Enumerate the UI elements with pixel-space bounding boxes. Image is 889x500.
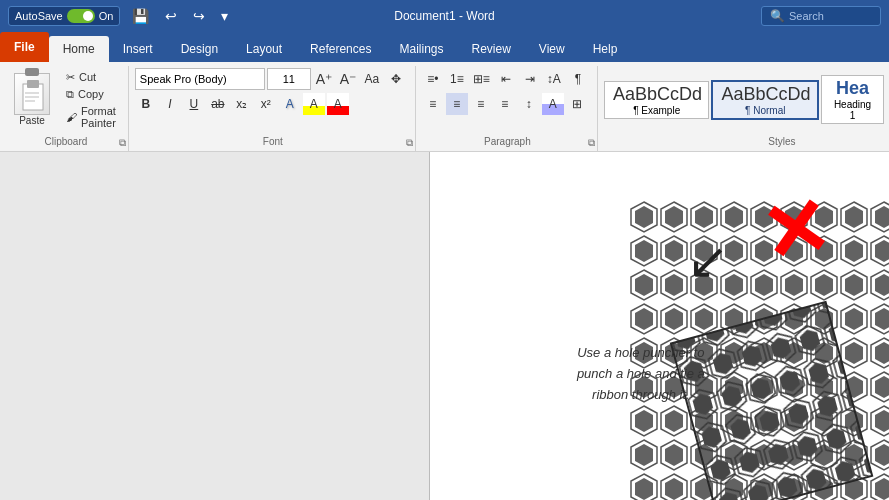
doc-text-line1: Use a hole puncher to xyxy=(577,343,705,364)
curved-arrow: ↙ xyxy=(687,232,729,290)
tab-home[interactable]: Home xyxy=(49,36,109,62)
align-center-button[interactable]: ≡ xyxy=(446,93,468,115)
autosave-state: On xyxy=(99,10,114,22)
doc-text-line3: ribbon through it. xyxy=(577,385,705,406)
undo-qat-button[interactable]: ↩ xyxy=(161,6,181,26)
underline-button[interactable]: U xyxy=(183,93,205,115)
para-row2: ≡ ≡ ≡ ≡ ↕ A ⊞ xyxy=(422,93,589,115)
format-painter-button[interactable]: 🖌 Format Painter xyxy=(62,104,120,130)
customize-qat-button[interactable]: ▾ xyxy=(217,6,232,26)
sort-button[interactable]: ↕A xyxy=(543,68,565,90)
paragraph-label: Paragraph xyxy=(418,136,597,147)
bullets-button[interactable]: ≡• xyxy=(422,68,444,90)
search-input[interactable] xyxy=(789,10,869,22)
tab-mailings[interactable]: Mailings xyxy=(385,36,457,62)
search-box[interactable]: 🔍 xyxy=(761,6,881,26)
font-size-decrease-button[interactable]: A⁻ xyxy=(337,68,359,90)
search-icon: 🔍 xyxy=(770,9,785,23)
format-painter-icon: 🖌 xyxy=(66,111,77,123)
italic-button[interactable]: I xyxy=(159,93,181,115)
style-heading-preview: Hea xyxy=(830,78,875,99)
multilevel-button[interactable]: ⊞≡ xyxy=(470,68,493,90)
ribbon-tabs: File Home Insert Design Layout Reference… xyxy=(0,32,889,62)
style-normal-label: ¶ Normal xyxy=(721,105,809,116)
autosave-pill xyxy=(67,9,95,23)
tab-help[interactable]: Help xyxy=(579,36,632,62)
doc-page: ✕ ↙ Use a hole puncher to punch a hole a… xyxy=(430,152,889,500)
doc-area: ✕ ↙ Use a hole puncher to punch a hole a… xyxy=(430,152,889,500)
copy-button[interactable]: ⧉ Copy xyxy=(62,87,120,102)
align-right-button[interactable]: ≡ xyxy=(470,93,492,115)
font-expand-button[interactable]: ⧉ xyxy=(406,137,413,149)
align-left-button[interactable]: ≡ xyxy=(422,93,444,115)
text-effects-button[interactable]: A xyxy=(279,93,301,115)
clipboard-expand-button[interactable]: ⧉ xyxy=(119,137,126,149)
doc-text-line2: punch a hole and tie a xyxy=(577,364,705,385)
font-size-increase-button[interactable]: A⁺ xyxy=(313,68,335,90)
line-spacing-button[interactable]: ↕ xyxy=(518,93,540,115)
font-size-input[interactable] xyxy=(267,68,311,90)
style-normal-preview: AaBbCcDd xyxy=(721,84,809,105)
scissors-icon: ✂ xyxy=(66,71,75,84)
show-formatting-button[interactable]: ¶ xyxy=(567,68,589,90)
ribbon: Paste ✂ Cut ⧉ Copy 🖌 Format Painter Clip… xyxy=(0,62,889,152)
tab-file[interactable]: File xyxy=(0,32,49,62)
doc-title: Document1 - Word xyxy=(394,9,494,23)
font-label: Font xyxy=(131,136,415,147)
tab-review[interactable]: Review xyxy=(457,36,524,62)
tab-references[interactable]: References xyxy=(296,36,385,62)
para-row1: ≡• 1≡ ⊞≡ ⇤ ⇥ ↕A ¶ xyxy=(422,68,589,90)
svg-rect-3 xyxy=(25,96,39,98)
style-example-label: ¶ Example xyxy=(613,105,701,116)
ribbon-group-paragraph: ≡• 1≡ ⊞≡ ⇤ ⇥ ↕A ¶ ≡ ≡ ≡ ≡ ↕ A ⊞ xyxy=(418,66,598,151)
borders-button[interactable]: ⊞ xyxy=(566,93,588,115)
bold-button[interactable]: B xyxy=(135,93,157,115)
svg-rect-1 xyxy=(27,80,39,88)
decrease-indent-button[interactable]: ⇤ xyxy=(495,68,517,90)
autosave-dot xyxy=(83,11,93,21)
red-x-mark: ✕ xyxy=(756,187,836,277)
para-controls: ≡• 1≡ ⊞≡ ⇤ ⇥ ↕A ¶ ≡ ≡ ≡ ≡ ↕ A ⊞ xyxy=(422,68,589,115)
font-family-input[interactable] xyxy=(135,68,265,90)
tab-layout[interactable]: Layout xyxy=(232,36,296,62)
autosave-toggle[interactable]: AutoSave On xyxy=(8,6,120,26)
style-example[interactable]: AaBbCcDd ¶ Example xyxy=(604,81,710,119)
highlight-button[interactable]: A xyxy=(303,93,325,115)
styles-label: Styles xyxy=(600,136,889,147)
paragraph-expand-button[interactable]: ⧉ xyxy=(588,137,595,149)
clipboard-label: Clipboard xyxy=(4,136,128,147)
shading-button[interactable]: A xyxy=(542,93,564,115)
change-case-button[interactable]: ✥ xyxy=(385,68,407,90)
justify-button[interactable]: ≡ xyxy=(494,93,516,115)
ribbon-group-clipboard: Paste ✂ Cut ⧉ Copy 🖌 Format Painter Clip… xyxy=(4,66,129,151)
font-row2: B I U ab x₂ x² A A A xyxy=(135,93,407,115)
paste-button[interactable]: Paste xyxy=(8,69,56,130)
title-bar: AutoSave On 💾 ↩ ↪ ▾ Document1 - Word 🔍 xyxy=(0,0,889,32)
style-normal[interactable]: AaBbCcDd ¶ Normal xyxy=(711,80,819,120)
redo-qat-button[interactable]: ↪ xyxy=(189,6,209,26)
svg-rect-4 xyxy=(25,100,35,102)
font-controls: A⁺ A⁻ Aa ✥ B I U ab x₂ x² A A A xyxy=(135,68,407,115)
save-qat-button[interactable]: 💾 xyxy=(128,6,153,26)
main-area: ✕ ↙ Use a hole puncher to punch a hole a… xyxy=(0,152,889,500)
cut-button[interactable]: ✂ Cut xyxy=(62,70,120,85)
numbering-button[interactable]: 1≡ xyxy=(446,68,468,90)
tab-insert[interactable]: Insert xyxy=(109,36,167,62)
font-color-button[interactable]: A xyxy=(327,93,349,115)
clear-formatting-button[interactable]: Aa xyxy=(361,68,383,90)
increase-indent-button[interactable]: ⇥ xyxy=(519,68,541,90)
subscript-button[interactable]: x₂ xyxy=(231,93,253,115)
style-heading-label: Heading 1 xyxy=(830,99,875,121)
style-heading[interactable]: Hea Heading 1 xyxy=(821,75,884,124)
clipboard-small-btns: ✂ Cut ⧉ Copy 🖌 Format Painter xyxy=(62,70,120,130)
tab-view[interactable]: View xyxy=(525,36,579,62)
svg-rect-2 xyxy=(25,92,39,94)
superscript-button[interactable]: x² xyxy=(255,93,277,115)
tab-design[interactable]: Design xyxy=(167,36,232,62)
strikethrough-button[interactable]: ab xyxy=(207,93,229,115)
ribbon-group-styles: AaBbCcDd ¶ Example AaBbCcDd ¶ Normal Hea… xyxy=(600,66,889,151)
ribbon-group-font: A⁺ A⁻ Aa ✥ B I U ab x₂ x² A A A Font xyxy=(131,66,416,151)
style-example-preview: AaBbCcDd xyxy=(613,84,701,105)
font-row1: A⁺ A⁻ Aa ✥ xyxy=(135,68,407,90)
paste-label: Paste xyxy=(19,115,45,126)
